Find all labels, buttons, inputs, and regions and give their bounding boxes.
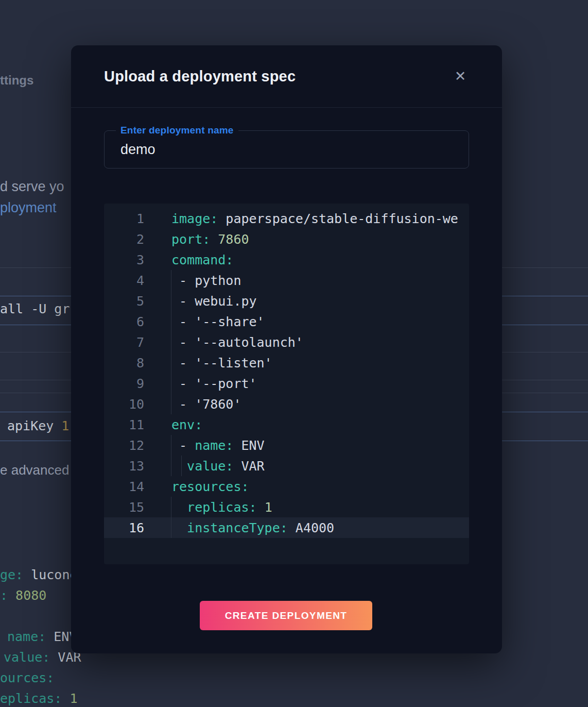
code-text: - name: ENV — [144, 438, 265, 453]
indent-guide — [171, 352, 171, 373]
code-line[interactable]: 16 instanceType: A4000 — [104, 517, 469, 538]
line-number: 10 — [104, 397, 144, 412]
code-line[interactable]: 4 - python — [104, 270, 469, 291]
line-number: 6 — [104, 314, 144, 329]
line-number: 4 — [104, 273, 144, 288]
code-fragment: ge: lucone — [0, 567, 78, 582]
code-text: resources: — [144, 479, 249, 494]
line-number: 11 — [104, 417, 144, 432]
indent-guide — [171, 394, 171, 414]
code-editor-lines: 1image: paperspace/stable-diffusion-we2p… — [104, 208, 469, 538]
code-line[interactable]: 6 - '--share' — [104, 311, 469, 332]
code-text: image: paperspace/stable-diffusion-we — [144, 211, 458, 226]
code-text: command: — [144, 252, 233, 267]
line-number: 5 — [104, 294, 144, 309]
code-fragment: apiKey 1 — [7, 418, 69, 433]
line-number: 9 — [104, 376, 144, 391]
code-fragment: value: VAR — [4, 650, 81, 665]
code-line[interactable]: 14resources: — [104, 476, 469, 497]
code-text: - '--listen' — [144, 356, 272, 371]
indent-guide — [171, 373, 171, 394]
close-icon[interactable]: ✕ — [452, 68, 469, 85]
code-fragment: : 8080 — [0, 588, 46, 603]
line-number: 12 — [104, 438, 144, 453]
code-line[interactable]: 2port: 7860 — [104, 229, 469, 249]
code-text: - webui.py — [144, 294, 257, 309]
body-text-fragment: e advanced — [0, 462, 69, 478]
code-text: instanceType: A4000 — [144, 520, 334, 535]
code-line[interactable]: 15 replicas: 1 — [104, 497, 469, 517]
code-editor[interactable]: 1image: paperspace/stable-diffusion-we2p… — [104, 204, 469, 564]
code-text: - python — [144, 273, 241, 288]
indent-guide — [171, 435, 171, 456]
code-fragment: all -U gr — [0, 301, 70, 316]
code-fragment: eplicas: 1 — [0, 691, 78, 706]
code-line[interactable]: 9 - '--port' — [104, 373, 469, 394]
line-number: 15 — [104, 500, 144, 515]
code-text: env: — [144, 417, 202, 432]
create-deployment-button[interactable]: CREATE DEPLOYMENT — [200, 601, 372, 630]
indent-guide — [171, 517, 171, 538]
link-text-fragment: ployment — [0, 200, 57, 216]
code-text: value: VAR — [144, 459, 265, 474]
indent-guide — [181, 456, 182, 476]
deployment-name-label: Enter deployment name — [116, 125, 238, 136]
line-number: 16 — [104, 520, 144, 535]
upload-deployment-modal: Upload a deployment spec ✕ Enter deploym… — [71, 45, 502, 653]
code-line[interactable]: 1image: paperspace/stable-diffusion-we — [104, 208, 469, 229]
code-line[interactable]: 7 - '--autolaunch' — [104, 332, 469, 352]
code-line[interactable]: 11env: — [104, 414, 469, 435]
line-number: 13 — [104, 459, 144, 474]
code-line[interactable]: 13 value: VAR — [104, 456, 469, 476]
indent-guide — [171, 497, 171, 517]
code-text: - '7860' — [144, 397, 241, 412]
code-text: - '--port' — [144, 376, 257, 391]
deployment-name-field: Enter deployment name — [104, 130, 469, 169]
code-fragment: ources: — [0, 670, 54, 685]
modal-header: Upload a deployment spec ✕ — [71, 45, 502, 108]
indent-guide — [171, 456, 171, 476]
code-text: replicas: 1 — [144, 500, 272, 515]
indent-guide — [171, 270, 171, 291]
indent-guide — [171, 291, 171, 311]
code-text: - '--share' — [144, 314, 265, 329]
code-line[interactable]: 8 - '--listen' — [104, 352, 469, 373]
line-number: 3 — [104, 252, 144, 267]
code-line[interactable]: 10 - '7860' — [104, 394, 469, 414]
code-line[interactable]: 12 - name: ENV — [104, 435, 469, 456]
modal-title: Upload a deployment spec — [104, 68, 296, 85]
line-number: 14 — [104, 479, 144, 494]
line-number: 8 — [104, 356, 144, 371]
indent-guide — [171, 311, 171, 332]
code-line[interactable]: 5 - webui.py — [104, 291, 469, 311]
code-text: port: 7860 — [144, 232, 249, 247]
line-number: 1 — [104, 211, 144, 226]
code-fragment: name: ENV — [7, 629, 77, 644]
deployment-name-input[interactable] — [105, 131, 469, 168]
line-number: 2 — [104, 232, 144, 247]
line-number: 7 — [104, 335, 144, 350]
screen: ttingsd serve yoploymentall -U grapiKey … — [0, 0, 588, 707]
code-line[interactable]: 3command: — [104, 249, 469, 270]
indent-guide — [171, 332, 171, 352]
body-text-fragment: d serve yo — [0, 179, 64, 195]
settings-tab-fragment: ttings — [0, 73, 33, 88]
code-text: - '--autolaunch' — [144, 335, 303, 350]
